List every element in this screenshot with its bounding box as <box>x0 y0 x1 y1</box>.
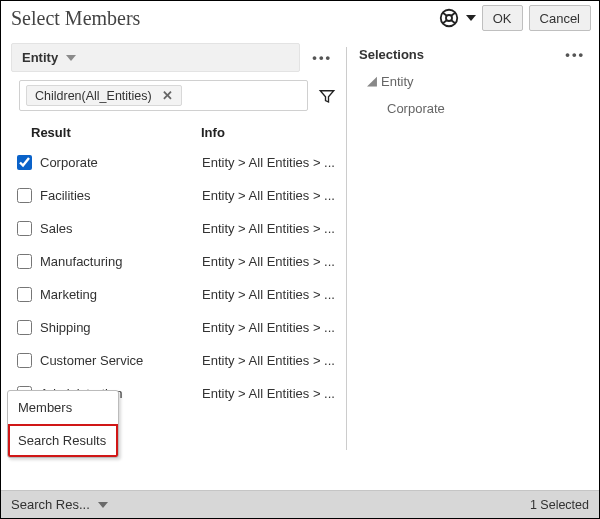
row-info: Entity > All Entities > ... <box>202 386 336 401</box>
row-name: Shipping <box>40 320 202 335</box>
dialog-title: Select Members <box>11 7 140 30</box>
selections-panel: Selections ••• ◢Entity Corporate <box>347 37 599 490</box>
dimension-selector[interactable]: Entity <box>11 43 300 72</box>
result-row[interactable]: SalesEntity > All Entities > ... <box>1 212 346 245</box>
row-name: Facilities <box>40 188 202 203</box>
selections-dimension-node[interactable]: ◢Entity <box>347 68 599 95</box>
search-chip: Children(All_Entities) ✕ <box>26 85 182 106</box>
row-checkbox[interactable] <box>17 287 32 302</box>
row-info: Entity > All Entities > ... <box>202 188 336 203</box>
row-info: Entity > All Entities > ... <box>202 353 336 368</box>
column-info: Info <box>201 125 336 140</box>
left-panel: Entity ••• Children(All_Entities) ✕ <box>1 37 346 490</box>
row-info: Entity > All Entities > ... <box>202 221 336 236</box>
selections-more-menu[interactable]: ••• <box>561 47 589 62</box>
row-checkbox[interactable] <box>17 353 32 368</box>
selection-item[interactable]: Corporate <box>347 95 599 122</box>
titlebar: Select Members OK Cancel <box>1 1 599 37</box>
results-list: CorporateEntity > All Entities > ...Faci… <box>1 146 346 410</box>
row-info: Entity > All Entities > ... <box>202 320 336 335</box>
row-name: Customer Service <box>40 353 202 368</box>
row-name: Sales <box>40 221 202 236</box>
selections-heading: Selections <box>359 47 424 62</box>
tab-switcher-popup: Members Search Results <box>7 390 119 458</box>
footer-bar: Search Res... 1 Selected <box>1 490 599 518</box>
result-row[interactable]: FacilitiesEntity > All Entities > ... <box>1 179 346 212</box>
result-row[interactable]: Customer ServiceEntity > All Entities > … <box>1 344 346 377</box>
results-header: Result Info <box>1 119 346 146</box>
search-input[interactable]: Children(All_Entities) ✕ <box>19 80 308 111</box>
column-result: Result <box>31 125 201 140</box>
result-row[interactable]: CorporateEntity > All Entities > ... <box>1 146 346 179</box>
search-chip-label: Children(All_Entities) <box>35 89 152 103</box>
tab-dropdown-icon[interactable] <box>98 500 108 510</box>
chevron-down-icon <box>66 53 76 63</box>
result-row[interactable]: ManufacturingEntity > All Entities > ... <box>1 245 346 278</box>
result-row[interactable]: MarketingEntity > All Entities > ... <box>1 278 346 311</box>
help-icon[interactable] <box>438 7 460 29</box>
left-more-menu[interactable]: ••• <box>308 50 336 65</box>
select-members-dialog: Select Members OK Cancel Entity ••• <box>0 0 600 519</box>
selected-count: 1 Selected <box>530 498 589 512</box>
row-checkbox[interactable] <box>17 320 32 335</box>
row-name: Marketing <box>40 287 202 302</box>
collapse-icon: ◢ <box>367 73 377 88</box>
row-info: Entity > All Entities > ... <box>202 155 336 170</box>
row-checkbox[interactable] <box>17 188 32 203</box>
row-name: Corporate <box>40 155 202 170</box>
help-dropdown-icon[interactable] <box>466 13 476 23</box>
row-info: Entity > All Entities > ... <box>202 287 336 302</box>
row-info: Entity > All Entities > ... <box>202 254 336 269</box>
chip-remove-icon[interactable]: ✕ <box>158 88 177 103</box>
dimension-label: Entity <box>22 50 58 65</box>
cancel-button[interactable]: Cancel <box>529 5 591 31</box>
row-name: Manufacturing <box>40 254 202 269</box>
active-tab-label[interactable]: Search Res... <box>11 497 90 512</box>
row-checkbox[interactable] <box>17 221 32 236</box>
filter-icon[interactable] <box>318 87 336 105</box>
ok-button[interactable]: OK <box>482 5 523 31</box>
svg-point-1 <box>446 15 452 21</box>
result-row[interactable]: ShippingEntity > All Entities > ... <box>1 311 346 344</box>
tab-search-results[interactable]: Search Results <box>8 424 118 457</box>
tab-members[interactable]: Members <box>8 391 118 424</box>
row-checkbox[interactable] <box>17 254 32 269</box>
row-checkbox[interactable] <box>17 155 32 170</box>
